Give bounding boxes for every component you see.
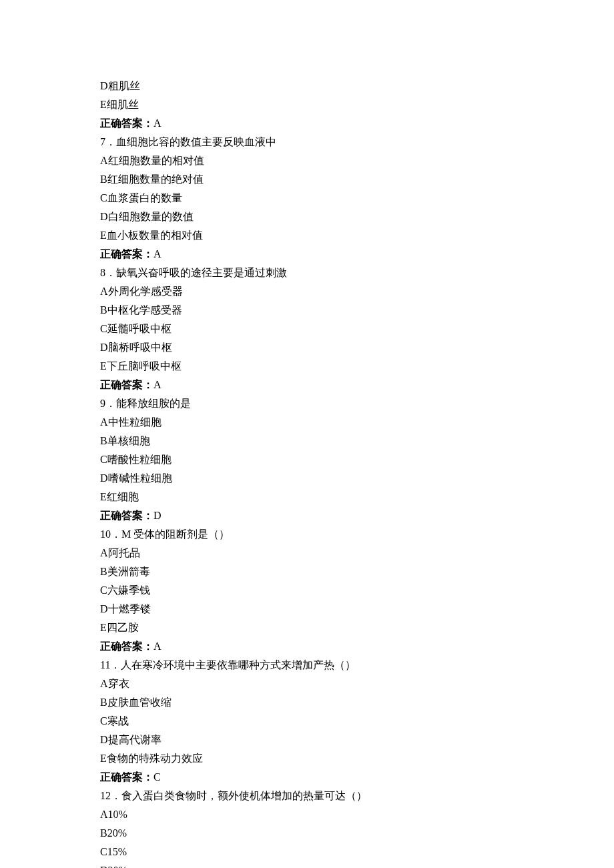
question-stem: 12．食入蛋白类食物时，额外使机体增加的热量可达（）	[100, 787, 514, 805]
option-text: 嗜酸性粒细胞	[107, 454, 172, 465]
answer-line: 正确答案：A	[100, 637, 514, 656]
option-text: 食物的特殊动力效应	[107, 753, 203, 764]
question-text: 食入蛋白类食物时，额外使机体增加的热量可达（）	[121, 790, 367, 801]
answer-label: 正确答案：	[100, 379, 154, 390]
answer-label: 正确答案：	[100, 640, 154, 652]
option-text: 下丘脑呼吸中枢	[107, 360, 182, 372]
question-text: 人在寒冷环境中主要依靠哪种方式来增加产热（）	[121, 659, 356, 671]
option-line: C血浆蛋白的数量	[100, 189, 514, 207]
option-text: 美洲箭毒	[107, 566, 150, 577]
answer-label: 正确答案：	[100, 117, 154, 129]
option-text: 延髓呼吸中枢	[107, 323, 172, 334]
option-text: 四乙胺	[107, 622, 139, 633]
answer-value: D	[154, 510, 162, 521]
option-line: E红细胞	[100, 488, 514, 506]
question-sep: ．	[110, 659, 121, 671]
option-line: B20%	[100, 824, 514, 843]
option-label: C	[100, 715, 107, 727]
option-line: D嗜碱性粒细胞	[100, 469, 514, 488]
question-number: 10	[100, 525, 111, 544]
question-number: 12	[100, 787, 111, 805]
option-line: A穿衣	[100, 675, 514, 693]
option-label: B	[100, 566, 107, 577]
option-label: D	[100, 472, 108, 484]
option-text: 嗜碱性粒细胞	[108, 472, 172, 484]
option-line: E食物的特殊动力效应	[100, 749, 514, 768]
option-label: B	[100, 304, 107, 316]
option-label: D	[100, 342, 108, 353]
option-text: 15%	[107, 846, 127, 857]
option-line: D脑桥呼吸中枢	[100, 338, 514, 357]
option-label: C	[100, 846, 107, 857]
answer-value: C	[154, 771, 161, 783]
option-text: 六嫌季钱	[107, 584, 150, 596]
option-text: 提高代谢率	[108, 734, 162, 745]
question-sep: ．	[105, 398, 116, 409]
option-label: E	[100, 622, 107, 633]
question-stem: 8．缺氧兴奋呼吸的途径主要是通过刺激	[100, 264, 514, 282]
option-line: A外周化学感受器	[100, 282, 514, 301]
option-text: 寒战	[107, 715, 129, 727]
option-text: 血小板数量的相对值	[107, 230, 203, 241]
option-text: 细肌丝	[107, 99, 139, 110]
option-text: 单核细胞	[107, 435, 150, 446]
option-label: E	[100, 230, 107, 241]
option-text: 中枢化学感受器	[107, 304, 182, 316]
answer-label: 正确答案：	[100, 771, 154, 783]
option-line: A阿托品	[100, 544, 514, 562]
question-text: 血细胞比容的数值主要反映血液中	[116, 136, 276, 147]
option-line: E四乙胺	[100, 618, 514, 637]
option-label: A	[100, 678, 108, 689]
option-label: D	[100, 211, 108, 222]
option-line: C六嫌季钱	[100, 581, 514, 600]
option-text: 穿衣	[108, 678, 129, 689]
option-text: 20%	[107, 827, 127, 839]
option-label: D	[100, 80, 108, 91]
answer-value: A	[154, 640, 162, 652]
option-line: E细肌丝	[100, 95, 514, 114]
question-stem: 9．能释放组胺的是	[100, 394, 514, 413]
question-number: 11	[100, 656, 110, 675]
answer-line: 正确答案：A	[100, 245, 514, 264]
option-label: E	[100, 360, 107, 372]
question-sep: ．	[105, 136, 116, 147]
option-line: B皮肤血管收缩	[100, 693, 514, 712]
option-line: E血小板数量的相对值	[100, 226, 514, 245]
answer-value: A	[154, 117, 162, 129]
question-number: 9	[100, 394, 105, 413]
option-line: A红细胞数量的相对值	[100, 151, 514, 170]
option-text: 10%	[108, 809, 127, 820]
option-line: B单核细胞	[100, 432, 514, 450]
option-label: B	[100, 697, 107, 708]
option-line: B红细胞数量的绝对值	[100, 170, 514, 189]
question-sep: ．	[105, 267, 116, 278]
option-text: 脑桥呼吸中枢	[108, 342, 172, 353]
option-text: 外周化学感受器	[108, 286, 183, 297]
option-text: 粗肌丝	[108, 80, 140, 91]
answer-line: 正确答案：C	[100, 768, 514, 787]
option-line: C寒战	[100, 712, 514, 731]
option-label: A	[100, 155, 108, 166]
question-text: 缺氧兴奋呼吸的途径主要是通过刺激	[116, 267, 287, 278]
answer-line: 正确答案：D	[100, 506, 514, 525]
question-sep: ．	[111, 790, 121, 801]
option-label: E	[100, 753, 107, 764]
option-line: D十燃季镂	[100, 600, 514, 618]
option-text: 中性粒细胞	[108, 416, 162, 428]
option-line: A中性粒细胞	[100, 413, 514, 432]
answer-label: 正确答案：	[100, 510, 154, 521]
option-line: D白细胞数量的数值	[100, 207, 514, 226]
option-line: C嗜酸性粒细胞	[100, 450, 514, 469]
option-label: E	[100, 99, 107, 110]
option-label: B	[100, 435, 107, 446]
option-line: E下丘脑呼吸中枢	[100, 357, 514, 376]
document-page: D粗肌丝 E细肌丝 正确答案：A 7．血细胞比容的数值主要反映血液中 A红细胞数…	[0, 0, 614, 868]
option-text: 红细胞数量的相对值	[108, 155, 204, 166]
answer-label: 正确答案：	[100, 248, 154, 260]
option-label: B	[100, 827, 107, 839]
option-label: B	[100, 173, 107, 185]
question-number: 8	[100, 264, 105, 282]
option-label: A	[100, 416, 108, 428]
option-label: A	[100, 809, 108, 820]
option-label: D	[100, 603, 108, 614]
